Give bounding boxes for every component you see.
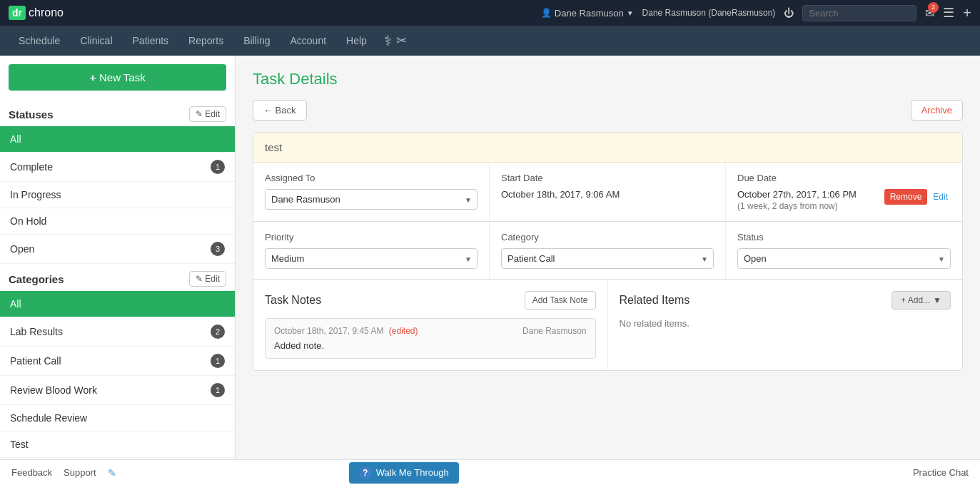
assigned-to-field: Assigned To Dane Rasmuson ▼: [253, 163, 490, 221]
due-date-label: Due Date: [737, 173, 951, 183]
archive-button[interactable]: Archive: [911, 100, 963, 121]
notes-section-header: Task Notes Add Task Note: [265, 291, 596, 310]
statuses-edit-button[interactable]: ✎ Edit: [189, 106, 226, 122]
related-items-section: Related Items + Add... ▼ No related item…: [608, 280, 963, 370]
categories-title: Categories: [9, 273, 64, 285]
assigned-to-select[interactable]: Dane Rasmuson: [265, 189, 478, 210]
support-link[interactable]: Support: [64, 467, 96, 478]
task-name: test: [265, 141, 282, 153]
nav-item-billing[interactable]: Billing: [233, 26, 280, 56]
category-label: Category: [501, 232, 714, 242]
back-button[interactable]: ← Back: [253, 100, 307, 121]
logo-chrono: chrono: [29, 6, 64, 19]
power-icon[interactable]: ⏻: [784, 7, 794, 19]
note-text: Added note.: [274, 340, 587, 351]
add-items-label: + Add...: [901, 295, 930, 305]
category-patient-call-badge: 1: [211, 354, 225, 368]
category-all-label: All: [10, 298, 21, 310]
nav-item-patients[interactable]: Patients: [123, 26, 179, 56]
new-task-button[interactable]: + + New Task: [9, 64, 226, 91]
status-open-badge: 3: [211, 242, 225, 256]
category-review-blood-work[interactable]: Review Blood Work 1: [0, 376, 235, 405]
nav-icons: ⚕ ✂: [384, 32, 407, 49]
task-notes-title: Task Notes: [265, 294, 321, 307]
task-fields-row-2: Priority Low Medium High ▼ Category: [253, 222, 962, 280]
task-card: test Assigned To Dane Rasmuson ▼ Start: [253, 132, 963, 371]
status-field: Status Open In Progress On Hold Complete…: [726, 222, 962, 279]
nav-item-schedule[interactable]: Schedule: [9, 26, 70, 56]
category-test[interactable]: Test: [0, 432, 235, 458]
category-schedule-review[interactable]: Schedule Review: [0, 405, 235, 432]
start-date-value: October 18th, 2017, 9:06 AM: [501, 189, 714, 200]
related-items-title: Related Items: [620, 294, 690, 307]
task-lower: Task Notes Add Task Note October 18th, 2…: [253, 280, 962, 370]
start-date-label: Start Date: [501, 173, 714, 183]
edit-pencil-icon[interactable]: ✎: [108, 467, 116, 479]
nav-item-reports[interactable]: Reports: [178, 26, 233, 56]
add-related-items-button[interactable]: + Add... ▼: [891, 291, 951, 310]
category-schedule-review-label: Schedule Review: [10, 412, 87, 424]
pencil-categories-icon: ✎: [196, 274, 203, 284]
status-on-hold[interactable]: On Hold: [0, 208, 235, 235]
user-display-name[interactable]: Dane Rasmuson: [555, 8, 624, 19]
due-date-actions: Remove Edit: [884, 189, 951, 205]
status-select-wrap: Open In Progress On Hold Complete ▼: [737, 248, 951, 269]
category-lab-results-label: Lab Results: [10, 326, 63, 337]
category-review-blood-work-badge: 1: [211, 383, 225, 397]
nav-item-help[interactable]: Help: [336, 26, 377, 56]
sidebar: + + New Task Statuses ✎ Edit All Complet…: [0, 56, 236, 459]
status-select[interactable]: Open In Progress On Hold Complete: [737, 248, 951, 269]
category-patient-call[interactable]: Patient Call 1: [0, 347, 235, 376]
status-open[interactable]: Open 3: [0, 235, 235, 264]
question-mark-icon: ?: [359, 466, 372, 479]
status-in-progress[interactable]: In Progress: [0, 182, 235, 208]
status-all[interactable]: All: [0, 126, 235, 153]
hamburger-menu-icon[interactable]: ☰: [943, 5, 954, 21]
status-complete[interactable]: Complete 1: [0, 153, 235, 182]
category-select[interactable]: Patient Call Lab Results Review Blood Wo…: [501, 248, 714, 269]
remove-due-date-button[interactable]: Remove: [884, 189, 928, 205]
category-lab-results[interactable]: Lab Results 2: [0, 317, 235, 347]
nav-item-account[interactable]: Account: [281, 26, 337, 56]
caduceus-icon: ⚕: [384, 32, 392, 49]
category-test-label: Test: [10, 439, 29, 450]
plus-icon[interactable]: +: [963, 5, 971, 21]
note-meta: October 18th, 2017, 9:45 AM (edited) Dan…: [274, 326, 587, 336]
categories-edit-button[interactable]: ✎ Edit: [189, 271, 226, 287]
feedback-link[interactable]: Feedback: [11, 467, 52, 478]
archive-label: Archive: [921, 105, 952, 116]
walk-me-through-button[interactable]: ? Walk Me Through: [349, 462, 459, 484]
categories-section-header: Categories ✎ Edit: [0, 264, 235, 291]
category-all[interactable]: All: [0, 291, 235, 317]
related-section-header: Related Items + Add... ▼: [620, 291, 951, 310]
category-patient-call-label: Patient Call: [10, 355, 61, 367]
mail-container: ✉ 2: [925, 6, 934, 20]
add-task-note-button[interactable]: Add Task Note: [525, 291, 596, 310]
due-date-note: (1 week, 2 days from now): [737, 201, 857, 211]
pencil-statuses-icon: ✎: [196, 109, 203, 119]
footer-bar: Feedback Support ✎ ? Walk Me Through Pra…: [0, 459, 980, 485]
status-on-hold-label: On Hold: [10, 215, 46, 227]
content-area: Task Details ← Back Archive test Assigne…: [236, 56, 980, 459]
action-bar: ← Back Archive: [253, 100, 963, 121]
status-complete-badge: 1: [211, 160, 225, 174]
edit-due-date-button[interactable]: Edit: [930, 189, 951, 205]
statuses-section-header: Statuses ✎ Edit: [0, 99, 235, 126]
due-date-row: October 27th, 2017, 1:06 PM (1 week, 2 d…: [737, 189, 951, 211]
category-select-wrap: Patient Call Lab Results Review Blood Wo…: [501, 248, 714, 269]
back-label: ← Back: [263, 105, 296, 116]
category-lab-results-badge: 2: [211, 325, 225, 339]
search-input[interactable]: [802, 5, 916, 21]
practice-chat-link[interactable]: Practice Chat: [913, 467, 969, 478]
priority-select[interactable]: Low Medium High: [265, 248, 478, 269]
status-complete-label: Complete: [10, 161, 53, 173]
assigned-to-select-wrap: Dane Rasmuson ▼: [265, 189, 478, 210]
status-open-label: Open: [10, 243, 34, 255]
mail-badge: 2: [928, 2, 939, 13]
note-date-value: October 18th, 2017, 9:45 AM: [274, 326, 383, 336]
due-date-value: October 27th, 2017, 1:06 PM: [737, 189, 857, 200]
start-date-field: Start Date October 18th, 2017, 9:06 AM: [490, 163, 726, 221]
user-icon: 👤: [541, 8, 552, 18]
top-bar-right: 👤 Dane Rasmuson ▼ Dane Rasmuson (DaneRas…: [541, 5, 971, 21]
nav-item-clinical[interactable]: Clinical: [70, 26, 122, 56]
